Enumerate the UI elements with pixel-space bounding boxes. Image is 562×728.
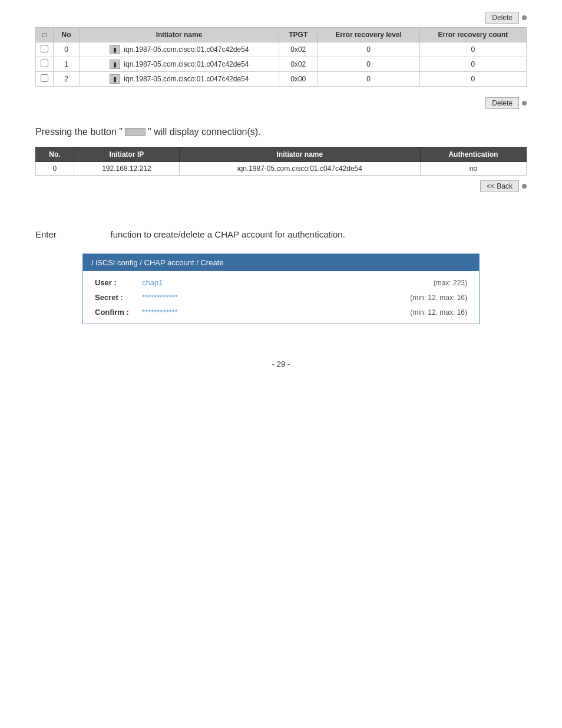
row-1-tpgt: 0x02 (279, 57, 318, 72)
row-1-detail-btn[interactable]: ▮ iqn.1987-05.com.cisco:01.c047c42de54 (80, 57, 279, 72)
page-number: - 29 - (35, 360, 527, 368)
bottom-delete-dot (522, 101, 527, 106)
conn-col-no: No. (36, 147, 74, 162)
col-initiator-name: Initiator name (80, 28, 279, 42)
row-2-erl: 0 (318, 72, 419, 87)
col-tpgt: TPGT (279, 28, 318, 42)
chap-secret-label: Secret : (95, 293, 142, 302)
conn-row-0-ip: 192.168.12.212 (74, 162, 179, 176)
row-0-tpgt: 0x02 (279, 42, 318, 57)
row-2-checkbox[interactable] (41, 74, 48, 82)
chap-user-value: chap1 (142, 278, 428, 287)
chap-confirm-label: Confirm : (95, 308, 142, 317)
row-2-tpgt: 0x00 (279, 72, 318, 87)
conn-col-ip: Initiator IP (74, 147, 179, 162)
conn-row-0-initiator: iqn.1987-05.com.cisco:01.c047c42de54 (179, 162, 420, 176)
row-2-erc: 0 (419, 72, 526, 87)
chap-secret-value: ************ (142, 293, 404, 302)
enter-text-2: function to create/delete a CHAP account… (111, 229, 345, 239)
chap-config-header: / iSCSI config / CHAP account / Create (83, 254, 479, 271)
row-1-no: 1 (54, 57, 80, 72)
col-erc: Error recovery count (419, 28, 526, 42)
chap-user-row: User : chap1 (max: 223) (95, 278, 467, 287)
row-1-erl: 0 (318, 57, 419, 72)
table-row: 2 ▮ iqn.1987-05.com.cisco:01.c047c42de54… (36, 72, 527, 87)
row-1-erc: 0 (419, 57, 526, 72)
row-0-no: 0 (54, 42, 80, 57)
table-row: 0 ▮ iqn.1987-05.com.cisco:01.c047c42de54… (36, 42, 527, 57)
connection-button-icon (125, 128, 146, 136)
row-2-no: 2 (54, 72, 80, 87)
col-erl: Error recovery level (318, 28, 419, 42)
connection-row: 0 192.168.12.212 iqn.1987-05.com.cisco:0… (36, 162, 527, 176)
conn-col-auth: Authentication (420, 147, 526, 162)
chap-user-label: User : (95, 278, 142, 287)
table-row: 1 ▮ iqn.1987-05.com.cisco:01.c047c42de54… (36, 57, 527, 72)
back-button[interactable]: << Back (480, 180, 519, 192)
row-0-erl: 0 (318, 42, 419, 57)
enter-text-1: Enter (35, 229, 57, 239)
chap-secret-row: Secret : ************ (min: 12, max: 16) (95, 293, 467, 302)
col-checkbox: □ (36, 28, 54, 42)
enter-description: Enter function to create/delete a CHAP a… (35, 228, 527, 242)
row-0-detail-btn[interactable]: ▮ iqn.1987-05.com.cisco:01.c047c42de54 (80, 42, 279, 57)
pressing-text-after: " will display connection(s). (148, 127, 261, 137)
chap-confirm-hint: (min: 12, max: 16) (410, 308, 467, 317)
initiator-table: □ No Initiator name TPGT Error recovery … (35, 27, 527, 87)
pressing-description: Pressing the button " " will display con… (35, 127, 527, 137)
conn-col-initiator: Initiator name (179, 147, 420, 162)
bottom-delete-button[interactable]: Delete (485, 97, 519, 109)
chap-confirm-row: Confirm : ************ (min: 12, max: 16… (95, 308, 467, 317)
col-no: No (54, 28, 80, 42)
pressing-text-before: Pressing the button " (35, 127, 123, 137)
row-0-checkbox[interactable] (41, 45, 48, 52)
chap-config-box: / iSCSI config / CHAP account / Create U… (82, 253, 480, 324)
conn-row-0-no: 0 (36, 162, 74, 176)
row-1-checkbox[interactable] (41, 60, 48, 67)
chap-user-hint: (max: 223) (434, 279, 467, 287)
back-dot (522, 184, 527, 189)
row-2-detail-btn[interactable]: ▮ iqn.1987-05.com.cisco:01.c047c42de54 (80, 72, 279, 87)
top-delete-button[interactable]: Delete (485, 12, 519, 24)
connection-table: No. Initiator IP Initiator name Authenti… (35, 147, 527, 176)
chap-secret-hint: (min: 12, max: 16) (410, 294, 467, 302)
top-delete-dot (522, 15, 527, 20)
row-0-erc: 0 (419, 42, 526, 57)
chap-confirm-value: ************ (142, 308, 404, 317)
conn-row-0-auth: no (420, 162, 526, 176)
